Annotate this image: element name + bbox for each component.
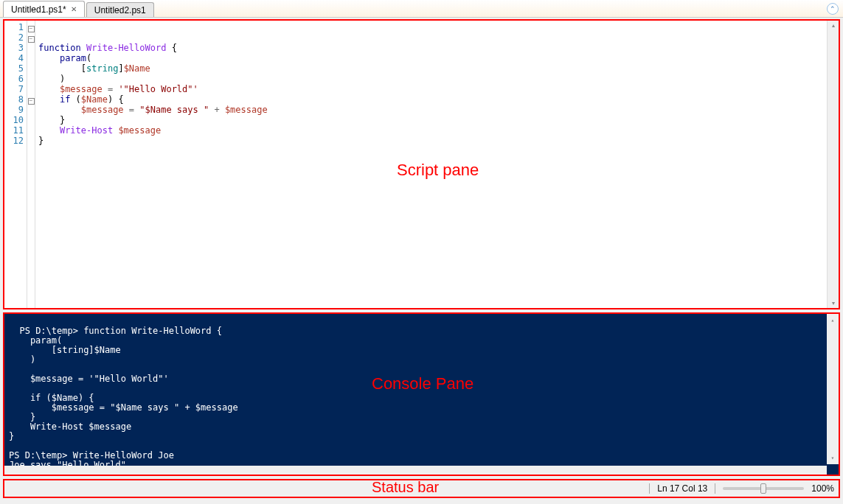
script-scrollbar-vertical[interactable]: ▴ ▾ — [827, 21, 839, 308]
code-editor[interactable]: function Write-HelloWord { param( [strin… — [35, 21, 827, 308]
console-pane[interactable]: PS D:\temp> function Write-HelloWord { p… — [3, 312, 840, 476]
scroll-up-icon[interactable]: ▴ — [831, 315, 835, 325]
zoom-slider-thumb[interactable] — [760, 483, 766, 494]
line-number-gutter: 123456789101112 — [4, 21, 27, 308]
expand-script-pane-button[interactable]: ⌃ — [827, 3, 839, 15]
divider — [715, 483, 715, 494]
tab-untitled1[interactable]: Untitled1.ps1* ✕ — [3, 1, 85, 17]
fold-column: −−− — [27, 21, 35, 308]
fold-toggle[interactable]: − — [28, 36, 35, 43]
scroll-down-icon[interactable]: ▾ — [832, 300, 835, 307]
scroll-down-icon[interactable]: ▾ — [831, 453, 835, 463]
zoom-level: 100% — [811, 483, 834, 494]
cursor-position: Ln 17 Col 13 — [657, 483, 707, 494]
divider — [649, 483, 650, 494]
fold-toggle[interactable]: − — [28, 98, 35, 105]
annotation-script-pane: Script pane — [397, 165, 479, 175]
tab-label: Untitled1.ps1* — [11, 4, 66, 15]
annotation-console-pane: Console Pane — [372, 379, 473, 388]
close-icon[interactable]: ✕ — [71, 5, 77, 13]
annotation-status-bar: Status bar — [372, 479, 439, 496]
tab-untitled2[interactable]: Untitled2.ps1 — [86, 2, 154, 17]
fold-toggle[interactable]: − — [28, 26, 35, 32]
scroll-up-icon[interactable]: ▴ — [832, 22, 835, 29]
script-pane: 123456789101112 −−− function Write-Hello… — [3, 19, 840, 309]
console-output: PS D:\temp> function Write-HelloWord { p… — [9, 326, 238, 476]
tab-bar: Untitled1.ps1* ✕ Untitled2.ps1 ⌃ — [0, 0, 843, 18]
chevron-up-icon: ⌃ — [830, 5, 836, 13]
zoom-slider[interactable] — [723, 487, 804, 490]
console-scrollbar-vertical[interactable]: ▴ ▾ — [827, 314, 839, 464]
console-scrollbar-horizontal[interactable] — [4, 466, 827, 476]
status-bar: Status bar Ln 17 Col 13 100% — [3, 479, 840, 498]
tab-label: Untitled2.ps1 — [94, 5, 146, 15]
